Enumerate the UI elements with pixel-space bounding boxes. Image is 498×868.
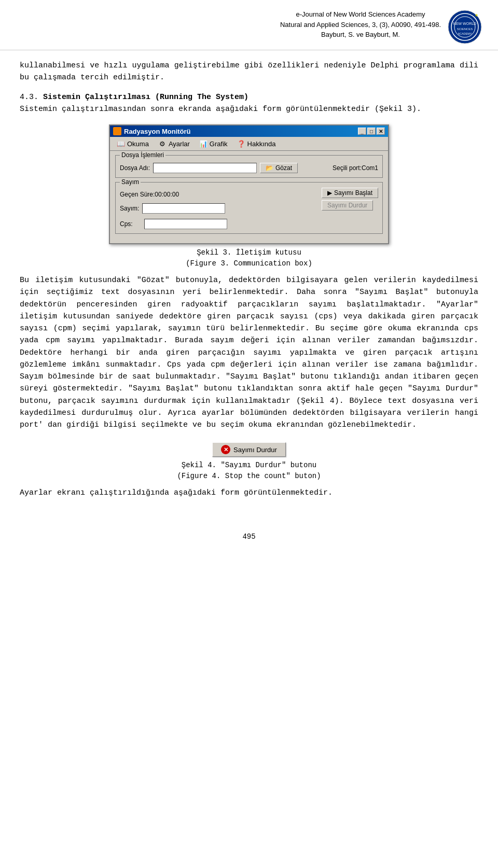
body-text-0: Bu iletişim kutusundaki "Gözat" butonuyl…	[20, 276, 478, 429]
figure3-caption-line1: Şekil 3. İletişim kutusu	[186, 247, 312, 258]
sayim-label: Sayım:	[120, 205, 139, 212]
maximize-button[interactable]: □	[367, 128, 376, 135]
dosya-islemleri-group: Dosya İşlemleri Dosya Adı: 📂 Gözat Seçil…	[115, 155, 383, 178]
gozat-label: Gözat	[275, 164, 292, 172]
intro-paragraph: kullanabilmesi ve hızlı uygulama gelişti…	[20, 60, 478, 84]
dialog-title-area: Radyasyon Monitörü	[113, 127, 191, 135]
journal-info: e-Journal of New World Sciences Academy …	[280, 9, 441, 40]
svg-text:NEW WORLD: NEW WORLD	[453, 22, 476, 25]
svg-text:SCIENCES: SCIENCES	[457, 27, 473, 31]
figure3-caption: Şekil 3. İletişim kutusu (Figure 3. Comm…	[186, 247, 312, 269]
gecen-sure-label: Geçen Süre:00:00:00	[120, 191, 179, 198]
gozat-button[interactable]: 📂 Gözat	[260, 163, 298, 173]
cps-field-row: Cps:	[120, 219, 315, 229]
dosya-adi-label: Dosya Adı:	[120, 164, 150, 172]
svg-text:ACADEMY: ACADEMY	[458, 32, 472, 35]
journal-logo: NEW WORLD SCIENCES ACADEMY ★	[447, 9, 482, 45]
sayimi-durdur-button[interactable]: Sayımı Durdur	[322, 200, 373, 211]
dialog-titlebar: Radyasyon Monitörü _ □ ✕	[110, 125, 388, 137]
section-title: Sistemin Çalıştırılması (Running The Sys…	[43, 93, 248, 102]
figure3-container: Radyasyon Monitörü _ □ ✕ 📖 Okuma ⚙ Ayarl…	[20, 124, 478, 269]
menu-ayarlar[interactable]: ⚙ Ayarlar	[154, 138, 195, 149]
cps-input[interactable]	[144, 219, 227, 229]
ayarlar-icon: ⚙	[158, 139, 167, 148]
dialog-title-text: Radyasyon Monitörü	[124, 128, 191, 135]
baslat-icon: ▶	[327, 189, 332, 197]
dialog-title-icon	[113, 127, 121, 135]
figure4-caption-line1: Şekil 4. "Sayımı Durdur" butonu	[177, 460, 321, 471]
gozat-icon: 📂	[266, 164, 273, 172]
journal-line1: e-Journal of New World Sciences Academy	[280, 9, 441, 20]
body-paragraph: Bu iletişim kutusundaki "Gözat" butonuyl…	[20, 274, 478, 431]
okuma-icon: 📖	[117, 139, 125, 148]
titlebar-buttons: _ □ ✕	[358, 128, 385, 135]
figure4-container: ✕ Sayımı Durdur Şekil 4. "Sayımı Durdur"…	[20, 442, 478, 482]
menu-okuma-label: Okuma	[127, 140, 149, 148]
dosya-adi-row: Dosya Adı: 📂 Gözat Seçili port:Com1	[120, 163, 378, 173]
sayim-group-label: Sayım	[120, 178, 141, 186]
menu-hakkinda[interactable]: ❓ Hakkında	[232, 138, 281, 149]
figure4-caption-line2: (Figure 4. Stop the count" buton)	[177, 471, 321, 482]
hakkinda-icon: ❓	[237, 139, 245, 148]
section-subtext: Sistemin çalıştırılmasından sonra ekrand…	[20, 105, 421, 114]
menu-ayarlar-label: Ayarlar	[169, 140, 190, 148]
section-heading: 4.3. Sistemin Çalıştırılması (Running Th…	[20, 91, 478, 116]
menu-grafik[interactable]: 📊 Grafik	[195, 138, 232, 149]
section-number: 4.3.	[20, 93, 38, 102]
stop-button-visual[interactable]: ✕ Sayımı Durdur	[212, 442, 286, 457]
page-number: 495	[242, 533, 255, 541]
menu-okuma[interactable]: 📖 Okuma	[112, 138, 154, 149]
menu-grafik-label: Grafik	[210, 140, 228, 148]
gecen-sure-row: Geçen Süre:00:00:00	[120, 191, 315, 198]
sayim-input[interactable]	[142, 203, 225, 214]
cps-label: Cps:	[120, 220, 133, 228]
page-header: e-Journal of New World Sciences Academy …	[0, 0, 498, 50]
sayim-field-row: Sayım:	[120, 203, 315, 214]
close-button[interactable]: ✕	[377, 128, 385, 135]
baslat-label: Sayımı Başlat	[334, 189, 372, 197]
secili-port-label: Seçili port:Com1	[333, 164, 378, 172]
svg-text:★: ★	[475, 13, 478, 18]
dialog-menubar: 📖 Okuma ⚙ Ayarlar 📊 Grafik ❓ Hakkında	[110, 137, 388, 151]
grafik-icon: 📊	[199, 139, 208, 148]
page-content: kullanabilmesi ve hızlı uygulama gelişti…	[0, 50, 498, 522]
figure3-caption-line2: (Figure 3. Communication box)	[186, 258, 312, 269]
dosya-islemleri-label: Dosya İşlemleri	[120, 151, 165, 159]
sayim-group: Sayım Geçen Süre:00:00:00 Sayım:	[115, 182, 383, 234]
stop-icon: ✕	[221, 445, 230, 454]
durdur-label: Sayımı Durdur	[327, 202, 367, 209]
journal-line2: Natural and Applied Sciences, 3, (3), A0…	[280, 20, 441, 30]
dosya-adi-input[interactable]	[153, 163, 257, 173]
sayim-right-panel: ▶ Sayımı Başlat Sayımı Durdur	[322, 188, 378, 229]
stop-button-label: Sayımı Durdur	[233, 446, 277, 454]
minimize-button[interactable]: _	[358, 128, 366, 135]
figure4-caption: Şekil 4. "Sayımı Durdur" butonu (Figure …	[177, 460, 321, 482]
menu-hakkinda-label: Hakkında	[247, 140, 276, 148]
sayimi-baslat-button[interactable]: ▶ Sayımı Başlat	[322, 188, 378, 198]
journal-line3: Bayburt, S. ve Bayburt, M.	[280, 30, 441, 40]
page-footer: 495	[0, 533, 498, 541]
sayim-left-panel: Geçen Süre:00:00:00 Sayım: Cps:	[120, 188, 315, 229]
dialog-window: Radyasyon Monitörü _ □ ✕ 📖 Okuma ⚙ Ayarl…	[109, 124, 389, 244]
final-paragraph: Ayarlar ekranı çalıştırıldığında aşağıda…	[20, 487, 478, 499]
dialog-body: Dosya İşlemleri Dosya Adı: 📂 Gözat Seçil…	[110, 151, 388, 243]
